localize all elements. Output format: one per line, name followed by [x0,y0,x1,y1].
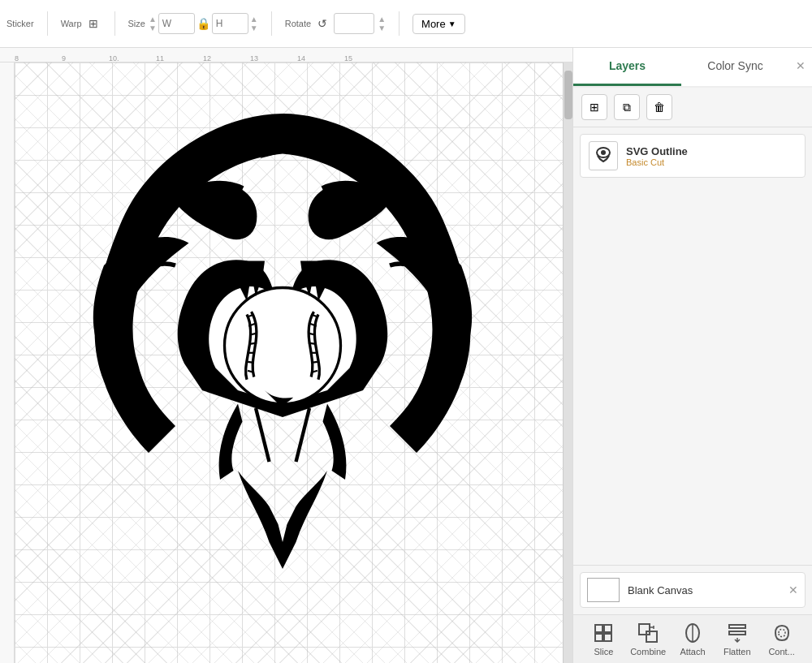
contour-button[interactable]: Cont... [762,622,802,657]
layers-list: SVG Outline Basic Cut [573,127,812,565]
panel-toolbar: ⊞ ⧉ 🗑 [573,88,812,127]
height-input[interactable] [212,13,248,34]
svg-rect-31 [729,631,745,635]
canvas-grid [15,62,563,663]
sticker-group: Sticker [6,19,34,28]
svg-rect-21 [595,634,603,641]
sep2 [114,11,115,36]
attach-icon [681,622,704,644]
panel-tabs: Layers Color Sync ✕ [573,48,812,88]
svg-line-8 [248,362,254,363]
size-group: Size ▲ ▼ 🔒 ▲ ▼ [128,13,258,34]
duplicate-icon: ⧉ [623,101,631,114]
ruler-tick-10: 10. [109,54,119,62]
scrollbar-thumb[interactable] [564,71,572,119]
more-chevron-icon: ▼ [448,19,456,28]
layer-type: Basic Cut [626,157,797,167]
svg-point-0 [208,204,229,229]
contour-icon [771,622,793,644]
right-panel: Layers Color Sync ✕ ⊞ ⧉ 🗑 [572,48,812,663]
main-area: 8 9 10. 11 12 13 14 15 [0,48,812,663]
contour-label: Cont... [768,647,794,657]
svg-point-1 [336,204,357,229]
attach-button[interactable]: Attach [672,622,713,657]
ruler-tick-14: 14 [297,54,305,62]
snake-svg [55,87,510,622]
tab-layers[interactable]: Layers [573,48,681,86]
panel-bottom-toolbar: Slice Combine [573,614,812,663]
blank-canvas-close-button[interactable]: ✕ [788,583,798,596]
ruler-tick-12: 12 [203,54,211,62]
ruler-tick-8: 8 [15,54,19,62]
add-layer-button[interactable]: ⊞ [581,94,607,120]
more-label: More [421,18,446,30]
rotate-label: Rotate [285,19,311,28]
blank-canvas-item[interactable]: Blank Canvas ✕ [580,572,806,608]
snake-design-group [93,114,472,569]
layer-info: SVG Outline Basic Cut [626,145,797,167]
svg-line-13 [309,343,316,344]
add-icon: ⊞ [590,101,599,114]
svg-rect-23 [639,624,650,635]
svg-point-18 [601,150,606,155]
combine-button[interactable]: Combine [628,622,668,657]
layer-item-svg[interactable]: SVG Outline Basic Cut [580,134,806,178]
svg-rect-20 [604,625,611,632]
canvas-scroll[interactable] [15,62,563,663]
ruler-tick-9: 9 [62,54,66,62]
sticker-label: Sticker [6,19,34,28]
sep3 [271,11,272,36]
slice-button[interactable]: Slice [583,622,624,657]
sep4 [399,11,400,36]
rotate-input[interactable] [334,13,374,34]
rotate-group: Rotate ↺ ▲ ▼ [285,13,386,34]
canvas-area: 8 9 10. 11 12 13 14 15 [0,48,572,663]
slice-label: Slice [594,647,613,657]
delete-icon: 🗑 [654,101,665,114]
more-button[interactable]: More ▼ [412,14,465,34]
combine-icon [637,622,659,644]
delete-layer-button[interactable]: 🗑 [646,94,672,120]
svg-line-15 [311,362,317,363]
ruler-vertical [0,62,15,663]
ruler-tick-13: 13 [250,54,258,62]
panel-close-button[interactable]: ✕ [789,48,812,86]
design-image[interactable] [55,87,510,622]
svg-rect-22 [604,634,611,641]
flatten-button[interactable]: Flatten [717,622,758,657]
combine-label: Combine [630,647,666,657]
svg-rect-19 [595,625,603,632]
layer-thumbnail [589,141,618,170]
warp-group: Warp ⊞ [61,15,102,32]
warp-label: Warp [61,19,82,28]
warp-icon: ⊞ [85,15,102,32]
top-toolbar: Sticker Warp ⊞ Size ▲ ▼ 🔒 ▲ ▼ Rotate ↺ [0,0,812,48]
svg-point-2 [225,288,341,404]
blank-canvas-thumbnail [587,578,620,602]
svg-rect-24 [646,631,657,642]
vertical-scrollbar[interactable] [563,62,572,663]
attach-label: Attach [680,647,705,657]
blank-canvas-label: Blank Canvas [628,584,693,596]
sep1 [47,11,48,36]
flatten-label: Flatten [723,647,751,657]
ruler-tick-11: 11 [156,54,164,62]
ruler-tick-15: 15 [344,54,352,62]
canvas-container [0,62,572,663]
layer-name: SVG Outline [626,145,797,157]
size-label: Size [128,19,145,28]
width-input[interactable] [158,13,195,34]
svg-rect-30 [729,625,745,628]
rotate-icon[interactable]: ↺ [314,15,330,32]
svg-line-6 [249,343,257,344]
flatten-icon [726,622,749,644]
blank-canvas-section: Blank Canvas ✕ [573,565,812,614]
duplicate-layer-button[interactable]: ⧉ [614,94,640,120]
ruler-horizontal: 8 9 10. 11 12 13 14 15 [0,48,572,62]
tab-color-sync[interactable]: Color Sync [681,48,789,86]
lock-icon[interactable]: 🔒 [197,17,210,30]
slice-icon [592,622,615,644]
